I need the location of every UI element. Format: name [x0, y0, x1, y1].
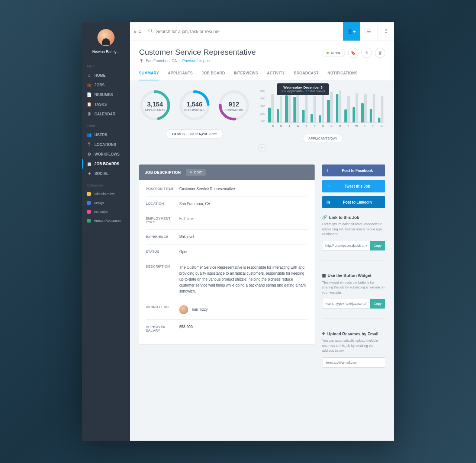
applicants-chart: Wednesday, December 3 382 Applicants / 3… — [260, 89, 385, 141]
widget-code-input[interactable] — [322, 299, 370, 309]
category-human-resources[interactable]: Human Resources — [82, 216, 130, 225]
link-icon: 🔗 — [322, 215, 327, 220]
widget-button-title: Use the Button Widget — [328, 273, 372, 278]
sidebar-item-calendar[interactable]: 🗓CALENDAR — [82, 109, 130, 119]
sidebar-section-admin: Admin — [82, 119, 130, 130]
status-dot-icon — [327, 52, 329, 54]
chart-tooltip: Wednesday, December 3 382 Applicants / 3… — [277, 83, 329, 95]
chart-label-pill[interactable]: APPLICANTS/DAY — [303, 134, 343, 143]
user-avatar[interactable] — [97, 29, 115, 46]
sidebar-item-workflows[interactable]: ⚙WORKFLOWS — [82, 149, 130, 159]
sidebar-item-tasks[interactable]: 📋TASKS — [82, 99, 130, 109]
donut-interviews: 1,546INTERVIEWS — [178, 89, 210, 123]
bookmark-button[interactable]: 🔖 — [348, 48, 358, 58]
pencil-icon: ✎ — [365, 51, 369, 55]
job-location: San Francisco, CA — [146, 59, 177, 63]
chart-bar[interactable] — [285, 91, 293, 122]
sidebar-item-resumes[interactable]: 📄RESUMES — [82, 90, 130, 99]
trash-icon: 🗑 — [378, 51, 382, 55]
page-header: Customer Service Representative 📍 San Fr… — [130, 41, 394, 80]
main-content: ⇤≡ 👤+ ☰ ⠿ Customer Service Representativ… — [130, 22, 394, 441]
chart-bar[interactable] — [353, 93, 360, 122]
copy-link-button[interactable]: Copy — [370, 241, 385, 250]
status-pill[interactable]: OPEN — [322, 49, 345, 57]
page-title: Customer Service Representative — [139, 48, 256, 57]
chart-bar[interactable] — [361, 94, 369, 122]
calendar-icon: 🗓 — [87, 112, 91, 116]
chart-bar[interactable] — [370, 94, 377, 122]
chart-bar[interactable] — [277, 96, 284, 122]
topbar-layout-button[interactable]: ☰ — [360, 22, 377, 41]
sidebar-item-job-boards[interactable]: ▦JOB BOARDS — [82, 159, 130, 169]
user-menu[interactable]: Newton Barley⌄ — [82, 50, 130, 54]
category-swatch — [87, 210, 91, 214]
workflow-icon: ⚙ — [87, 152, 91, 156]
bookmark-icon: 🔖 — [351, 51, 356, 55]
chart-bar[interactable] — [336, 90, 343, 122]
location-pin-icon: 📍 — [139, 59, 144, 63]
share-twitter-button[interactable]: 🐦Tweet this Job — [322, 180, 385, 192]
tab-summary[interactable]: SUMMARY — [139, 71, 159, 80]
preview-post-link[interactable]: Preview this post — [182, 59, 210, 63]
tab-interviews[interactable]: INTERVIEWS — [234, 71, 258, 80]
field-description: The Customer Service Representative is r… — [179, 265, 308, 294]
pin-icon: 📍 — [87, 142, 91, 147]
widget-button-help: This widget embeds the buttons for shari… — [322, 280, 385, 296]
link-input[interactable] — [322, 241, 370, 250]
document-icon: 📄 — [87, 92, 91, 97]
chart-bar[interactable] — [344, 96, 352, 122]
chevron-down-icon: ⌄ — [117, 51, 120, 54]
share-icon: ✦ — [87, 171, 91, 176]
tab-applicants[interactable]: APPLICANTS — [168, 71, 193, 80]
lead-avatar — [179, 305, 188, 314]
user-plus-icon: 👤+ — [347, 29, 356, 34]
field-experience: Mid-level — [179, 235, 308, 239]
delete-button[interactable]: 🗑 — [375, 48, 385, 58]
field-location: San Francisco, CA — [179, 202, 308, 206]
chart-bar[interactable] — [378, 96, 385, 122]
tab-notifications[interactable]: NOTIFICATIONS — [328, 71, 358, 80]
donut-forwards: 912FORWARDS — [218, 89, 250, 123]
sidebar-item-jobs[interactable]: 💼JOBS — [82, 80, 130, 90]
svg-line-1 — [151, 32, 152, 33]
category-executive[interactable]: Executive — [82, 207, 130, 216]
collapse-section-button[interactable]: ⌃ — [258, 144, 266, 152]
tabs: SUMMARYAPPLICANTSJOB BOARDINTERVIEWSACTI… — [139, 71, 385, 80]
topbar-apps-button[interactable]: ⠿ — [377, 22, 394, 41]
widget-upload-help: You can automatically upload multiple re… — [322, 338, 385, 354]
category-administrative[interactable]: ✓Administrative — [82, 189, 130, 198]
edit-description-button[interactable]: ✎EDIT — [186, 169, 206, 176]
category-swatch — [87, 201, 91, 205]
collapse-sidebar-button[interactable]: ⇤≡ — [130, 29, 145, 35]
sidebar-item-social[interactable]: ✦SOCIAL — [82, 169, 130, 178]
chart-bar[interactable] — [302, 95, 309, 122]
chevron-up-icon: ⌃ — [261, 146, 264, 150]
sidebar-item-home[interactable]: ⌂HOME — [82, 70, 130, 80]
edit-button[interactable]: ✎ — [361, 48, 372, 58]
briefcase-icon: 💼 — [87, 83, 91, 87]
card-title: JOB DESCRIPTION — [145, 170, 181, 175]
sidebar-section-categories: Categories — [82, 178, 130, 189]
share-facebook-button[interactable]: fPost to Facebook — [322, 165, 385, 176]
tab-job-board[interactable]: JOB BOARD — [202, 71, 225, 80]
chart-bar[interactable] — [268, 94, 276, 122]
search-input[interactable] — [156, 29, 340, 34]
send-icon: ✈ — [322, 331, 325, 336]
category-design[interactable]: Design — [82, 198, 130, 207]
chart-bar[interactable] — [327, 92, 335, 122]
tab-activity[interactable]: ACTIVITY — [267, 71, 285, 80]
copy-widget-button[interactable]: Copy — [370, 299, 385, 309]
sidebar-item-users[interactable]: 👥USERS — [82, 130, 130, 140]
field-hiring-lead: Tom Tizzy — [179, 305, 308, 314]
upload-email[interactable]: tomtizzy@gmail.com — [322, 357, 385, 368]
share-linkedin-button[interactable]: inPost to Linkedin — [322, 196, 385, 208]
clipboard-icon: 📋 — [87, 102, 91, 106]
totals-pill[interactable]: TOTALS·Out of 5,231 views — [166, 130, 223, 138]
field-approved-salary: $58,000 — [179, 325, 308, 332]
sidebar-item-locations[interactable]: 📍LOCATIONS — [82, 140, 130, 149]
chart-bar[interactable] — [311, 96, 318, 122]
topbar: ⇤≡ 👤+ ☰ ⠿ — [130, 22, 394, 41]
add-user-button[interactable]: 👤+ — [343, 22, 360, 41]
tab-broadcast[interactable]: BROADCAST — [294, 71, 319, 80]
chart-bar[interactable] — [319, 94, 326, 122]
